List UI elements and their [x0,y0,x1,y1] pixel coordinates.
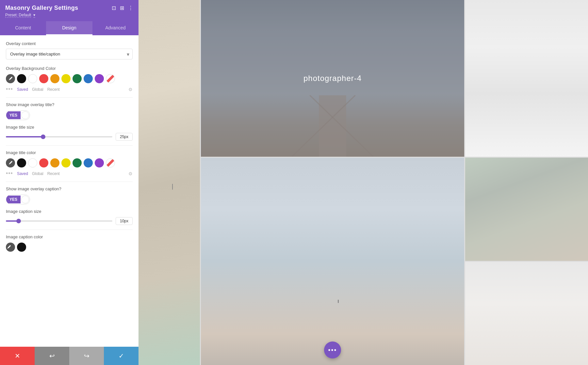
white-swatch-1[interactable] [28,74,37,83]
gallery-overlay: photographer-4 [201,0,464,157]
panel-footer: ✕ ↩ ↪ ✓ [0,347,139,365]
cancel-button[interactable]: ✕ [0,347,35,365]
show-title-label: Show image overlay title? [6,102,133,107]
image-title-color-row [6,158,133,167]
blue-swatch-2[interactable] [84,158,93,167]
overlay-bg-color-tabs: ••• Saved Global Recent ⚙ [6,86,133,93]
orange-swatch-2[interactable] [50,158,59,167]
black-swatch-3[interactable] [17,243,26,252]
panel-tabs: Content Design Advanced [0,21,139,35]
orange-swatch-1[interactable] [50,74,59,83]
settings-panel: Masonry Gallery Settings ⊡ ⊞ ⋮ Preset: D… [0,0,139,365]
toggle-yes-label: YES [6,111,21,119]
red-swatch-2[interactable] [39,158,48,167]
gallery-col3-bottom [465,158,588,365]
header-icon-crop[interactable]: ⊡ [112,5,116,11]
tab-content[interactable]: Content [0,21,46,35]
overlay-content-select-wrap: Overlay image title/caption [6,49,133,59]
gallery-image-3 [465,0,588,157]
gallery-image-1 [139,0,200,365]
color-gear-2[interactable]: ⚙ [128,171,133,176]
show-caption-toggle-row: YES [6,195,133,204]
green-swatch-1[interactable] [73,74,82,83]
overlay-bg-color-label: Overlay Background Color [6,66,133,71]
show-title-toggle-row: YES [6,110,133,120]
toggle-yes-label-2: YES [6,196,21,203]
overlay-bg-color-row [6,74,133,83]
green-swatch-2[interactable] [73,158,82,167]
clear-swatch-2[interactable] [106,158,115,167]
yellow-swatch-1[interactable] [61,74,71,83]
toggle-knob-1 [21,111,29,119]
panel-title: Masonry Gallery Settings [5,5,78,11]
color-more-1[interactable]: ••• [6,86,13,93]
show-title-toggle[interactable]: YES [6,110,30,120]
image-title-size-slider-row: 25px [6,133,133,141]
show-caption-label: Show image overlay caption? [6,186,133,191]
saved-tab-1[interactable]: Saved [17,87,28,92]
blue-swatch-1[interactable] [84,74,93,83]
overlay-content-select[interactable]: Overlay image title/caption [6,49,133,59]
white-swatch-2[interactable] [28,158,37,167]
red-swatch-1[interactable] [39,74,48,83]
image-title-size-slider[interactable] [6,136,112,137]
fab-button[interactable]: ••• [324,341,341,358]
image-caption-size-slider-row: 10px [6,217,133,225]
yellow-swatch-2[interactable] [61,158,71,167]
recent-tab-2[interactable]: Recent [47,171,60,176]
undo-button[interactable]: ↩ [35,347,69,365]
global-tab-2[interactable]: Global [32,171,43,176]
image-title-color-label: Image title color [6,150,133,155]
gallery-image-5 [465,158,588,261]
black-swatch-1[interactable] [17,74,26,83]
purple-swatch-1[interactable] [95,74,104,83]
image-title-size-value[interactable]: 25px [116,133,133,141]
tab-design[interactable]: Design [46,21,92,35]
header-icon-more[interactable]: ⋮ [128,5,133,11]
overlay-content-label: Overlay content [6,41,133,46]
gallery-image-6 [465,262,588,365]
panel-content: Overlay content Overlay image title/capt… [0,35,139,347]
preset-label[interactable]: Preset: Default ▾ [5,13,133,17]
panel-header: Masonry Gallery Settings ⊡ ⊞ ⋮ Preset: D… [0,0,139,21]
gallery-image-overlay: photographer-4 [201,0,464,157]
clear-swatch-1[interactable] [106,74,115,83]
eyedropper-swatch-3[interactable] [6,243,15,252]
purple-swatch-2[interactable] [95,158,104,167]
image-caption-size-label: Image caption size [6,209,133,214]
image-caption-color-label: Image caption color [6,234,133,239]
color-more-2[interactable]: ••• [6,170,13,177]
gallery-grid: photographer-4 ••• [139,0,588,365]
redo-button[interactable]: ↪ [69,347,104,365]
header-icon-layout[interactable]: ⊞ [120,5,124,11]
eyedropper-swatch-2[interactable] [6,158,15,167]
image-caption-size-slider[interactable] [6,220,112,222]
eyedropper-swatch-1[interactable] [6,74,15,83]
gallery-overlay-text: photographer-4 [303,74,362,83]
image-caption-color-row [6,243,133,252]
tab-advanced[interactable]: Advanced [92,21,139,35]
show-caption-toggle[interactable]: YES [6,195,30,204]
color-gear-1[interactable]: ⚙ [128,87,133,92]
save-button[interactable]: ✓ [104,347,139,365]
image-caption-size-value[interactable]: 10px [116,217,133,225]
global-tab-1[interactable]: Global [32,87,43,92]
saved-tab-2[interactable]: Saved [17,171,28,176]
image-title-color-tabs: ••• Saved Global Recent ⚙ [6,170,133,177]
image-title-size-label: Image title size [6,125,133,130]
toggle-knob-2 [21,196,29,203]
recent-tab-1[interactable]: Recent [47,87,60,92]
black-swatch-2[interactable] [17,158,26,167]
gallery-image-4: ••• [201,158,464,365]
